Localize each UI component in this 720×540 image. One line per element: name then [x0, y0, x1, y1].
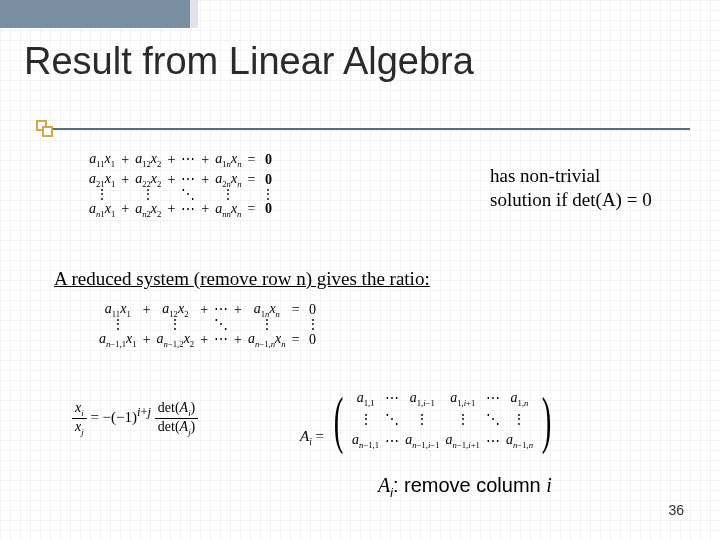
- matrix-Ai: Ai = ( a1,1⋯a1,i−1a1,i+1⋯a1,n ⋮⋱⋮⋮⋱⋮ an−…: [300, 388, 557, 452]
- title-rule: [52, 128, 690, 130]
- slide-content: Result from Linear Algebra a11x1+a12x2+⋯…: [0, 0, 720, 540]
- equation-system-1: a11x1+a12x2+⋯+a1nxn=0 a21x1+a22x2+⋯+a2nx…: [86, 150, 278, 219]
- footer-rest: : remove column: [393, 474, 546, 496]
- top-bar: [0, 0, 720, 28]
- footer-var: i: [546, 474, 552, 496]
- ratio-lhs-num: xi: [72, 400, 87, 419]
- ratio-rhs-num: det(Ai): [155, 400, 198, 419]
- ratio-eq: = −(−1)i+j: [90, 409, 154, 425]
- note-line1: has non-trivial: [490, 165, 600, 186]
- top-bar-dark: [0, 0, 190, 28]
- top-bar-light: [190, 0, 198, 28]
- equation-system-2: a11x1+a12x2+⋯+a1nxn=0 ⋮⋮⋱⋮⋮ an−1,1x1+an−…: [96, 300, 323, 350]
- note-line2: solution if det(A) = 0: [490, 189, 652, 210]
- title-row: Result from Linear Algebra: [0, 28, 720, 89]
- footer-note: Ai: remove column i: [378, 474, 552, 500]
- slide-title: Result from Linear Algebra: [24, 40, 474, 83]
- ratio-rhs-den: det(Aj): [155, 419, 198, 437]
- ratio-formula: xi xj = −(−1)i+j det(Ai) det(Aj): [72, 400, 198, 437]
- note-nontrivial: has non-trivial solution if det(A) = 0: [490, 164, 652, 212]
- subheading-reduced: A reduced system (remove row n) gives th…: [54, 268, 430, 290]
- footer-A: A: [378, 474, 390, 496]
- ratio-lhs-den: xj: [72, 419, 87, 437]
- accent-icon: [36, 120, 54, 138]
- page-number: 36: [668, 502, 684, 518]
